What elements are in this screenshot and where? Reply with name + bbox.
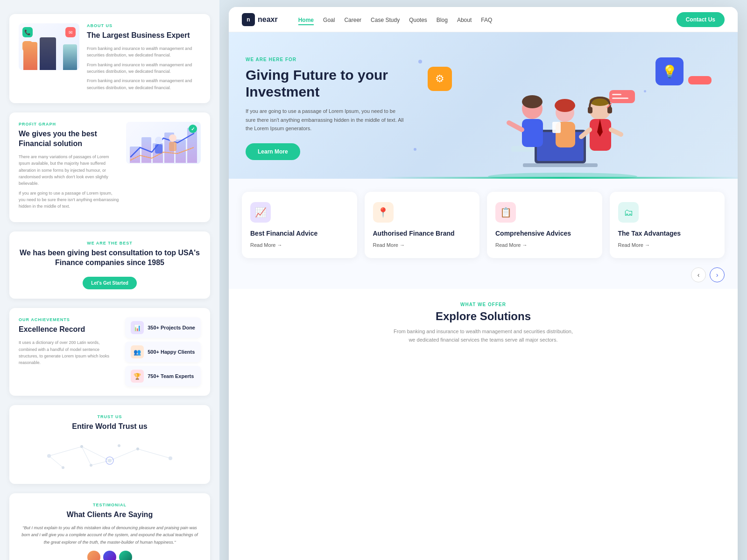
nav-blog[interactable]: Blog bbox=[437, 17, 448, 23]
service-icon-tax: 🗂 bbox=[618, 202, 639, 223]
nav-quotes[interactable]: Quotes bbox=[409, 17, 427, 23]
nav-casestudy[interactable]: Case Study bbox=[371, 17, 400, 23]
best-section: WE ARE THE BEST We has been giving best … bbox=[9, 231, 210, 299]
profit-text-2: If you are going to use a passage of Lor… bbox=[19, 190, 120, 210]
stat-team: 🏆 750+ Team Experts bbox=[125, 366, 201, 386]
service-link-authorised[interactable]: Read More → bbox=[373, 242, 472, 248]
service-card-authorised: 📍 Authorised Finance Brand Read More → bbox=[365, 192, 480, 258]
testimonial-section: TESTIMONIAL What Clients Are Saying "But… bbox=[9, 493, 210, 560]
ground-line bbox=[381, 177, 738, 179]
dot-2 bbox=[644, 90, 646, 92]
testimonial-label: TESTIMONIAL bbox=[19, 503, 201, 507]
explore-subtitle: From banking and insurance to wealth man… bbox=[390, 328, 577, 344]
nav-faq[interactable]: FAQ bbox=[481, 17, 492, 23]
stat-icon-team: 🏆 bbox=[131, 370, 144, 383]
about-title: The Largest Business Expert bbox=[87, 31, 201, 41]
nav-career[interactable]: Career bbox=[344, 17, 361, 23]
profit-text-1: There are many variations of passages of… bbox=[19, 154, 120, 187]
stat-icon-projects: 📊 bbox=[131, 321, 144, 334]
hero-content: WE ARE HERE FOR Giving Future to your In… bbox=[246, 57, 404, 179]
person-2 bbox=[40, 37, 56, 70]
svg-line-12 bbox=[49, 447, 82, 456]
svg-rect-26 bbox=[522, 119, 543, 147]
service-link-tax[interactable]: Read More → bbox=[618, 242, 717, 248]
service-link-comprehensive[interactable]: Read More → bbox=[495, 242, 594, 248]
learn-more-button[interactable]: Learn More bbox=[246, 143, 300, 160]
avatar-2 bbox=[103, 551, 116, 560]
services-section: 📈 Best Financial Advice Read More → 📍 Au… bbox=[229, 179, 738, 267]
stat-icon-clients: 👥 bbox=[131, 345, 144, 358]
svg-line-16 bbox=[49, 456, 63, 468]
svg-line-28 bbox=[509, 123, 522, 130]
testimonial-quote: "But I must explain to you all this mist… bbox=[19, 525, 201, 546]
svg-rect-43 bbox=[612, 94, 621, 95]
explore-header: WHAT WE OFFER Explore Solutions From ban… bbox=[242, 302, 725, 344]
svg-line-14 bbox=[110, 449, 138, 461]
navbar: n neaxr Home Goal Career Case Study Quot… bbox=[229, 7, 738, 32]
contact-button[interactable]: Contact Us bbox=[677, 12, 725, 27]
profit-title: We gives you the best Financial solution bbox=[19, 129, 120, 149]
svg-point-0 bbox=[155, 137, 162, 144]
trust-network bbox=[21, 437, 198, 475]
svg-rect-1 bbox=[155, 144, 162, 154]
excellence-text: It uses a dictionary of over 200 Latin w… bbox=[19, 339, 119, 366]
excellence-stats: 📊 350+ Projects Done 👥 500+ Happy Client… bbox=[125, 317, 201, 386]
logo-icon: n bbox=[242, 13, 255, 26]
testimonial-avatars bbox=[19, 551, 201, 560]
about-section: 📞 ✉ 🌐 ABOUT US The Largest Business Expe… bbox=[9, 14, 210, 103]
profit-content: PROFIT GRAPH We gives you the best Finan… bbox=[19, 122, 120, 213]
excellence-title: Excellence Record bbox=[19, 325, 119, 335]
svg-rect-24 bbox=[523, 163, 598, 167]
testimonial-title: What Clients Are Saying bbox=[19, 510, 201, 520]
stat-projects: 📊 350+ Projects Done bbox=[125, 317, 201, 338]
chart-line bbox=[126, 126, 201, 164]
arrow-prev-button[interactable]: ‹ bbox=[691, 267, 706, 282]
logo-text: neaxr bbox=[258, 15, 278, 24]
svg-line-18 bbox=[82, 447, 91, 465]
service-card-comprehensive: 📋 Comprehensive Advices Read More → bbox=[487, 192, 602, 258]
about-text-3: From banking and insurance to wealth man… bbox=[87, 77, 201, 91]
about-illustration: 📞 ✉ 🌐 bbox=[19, 23, 79, 70]
bulb-float-icon: 💡 bbox=[655, 57, 684, 85]
profit-label: PROFIT GRAPH bbox=[19, 122, 120, 126]
svg-rect-40 bbox=[607, 107, 612, 113]
hero-desc: If you are going to use a passage of Lor… bbox=[246, 107, 404, 133]
excellence-section: OUR ACHIEVEMENTS Excellence Record It us… bbox=[9, 308, 210, 396]
svg-point-10 bbox=[118, 444, 120, 447]
arrow-next-button[interactable]: › bbox=[710, 267, 725, 282]
explore-label: WHAT WE OFFER bbox=[242, 302, 725, 307]
chat-float-icon bbox=[688, 76, 712, 84]
right-panel: n neaxr Home Goal Career Case Study Quot… bbox=[219, 0, 747, 560]
nav-home[interactable]: Home bbox=[298, 17, 314, 25]
about-text-2: From banking and insurance to wealth man… bbox=[87, 62, 201, 75]
profit-section: PROFIT GRAPH We gives you the best Finan… bbox=[9, 112, 210, 222]
gear-float-icon: ⚙ bbox=[428, 67, 452, 91]
hero-title: Giving Future to your Investment bbox=[246, 67, 404, 100]
left-panel: 📞 ✉ 🌐 ABOUT US The Largest Business Expe… bbox=[0, 0, 219, 560]
service-link-financial[interactable]: Read More → bbox=[250, 242, 349, 248]
excellence-content: OUR ACHIEVEMENTS Excellence Record It us… bbox=[19, 317, 119, 369]
excellence-label: OUR ACHIEVEMENTS bbox=[19, 317, 119, 322]
svg-line-13 bbox=[82, 447, 110, 461]
stat-clients: 👥 500+ Happy Clients bbox=[125, 342, 201, 362]
stat-clients-value: 500+ Happy Clients bbox=[148, 349, 195, 355]
nav-goal[interactable]: Goal bbox=[323, 17, 335, 23]
hero-illustration: ⚙ 💡 bbox=[404, 53, 721, 179]
svg-rect-39 bbox=[588, 107, 592, 113]
service-icon-authorised: 📍 bbox=[373, 202, 394, 223]
svg-rect-44 bbox=[612, 98, 628, 99]
service-card-tax: 🗂 The Tax Advantages Read More → bbox=[610, 192, 725, 258]
hero-people-svg bbox=[483, 62, 642, 179]
website-frame: n neaxr Home Goal Career Case Study Quot… bbox=[229, 7, 738, 560]
svg-rect-32 bbox=[552, 122, 561, 133]
about-text-1: From banking and insurance to wealth man… bbox=[87, 45, 201, 59]
svg-point-31 bbox=[555, 99, 575, 112]
get-started-button[interactable]: Let's Get Started bbox=[83, 277, 137, 289]
avatar-1 bbox=[87, 551, 100, 560]
trust-visual bbox=[19, 437, 201, 475]
avatar-3 bbox=[119, 551, 132, 560]
hero-section: WE ARE HERE FOR Giving Future to your In… bbox=[229, 32, 738, 179]
nav-links: Home Goal Career Case Study Quotes Blog … bbox=[298, 15, 665, 24]
trust-title: Entire World Trust us bbox=[19, 422, 201, 432]
nav-about[interactable]: About bbox=[457, 17, 472, 23]
